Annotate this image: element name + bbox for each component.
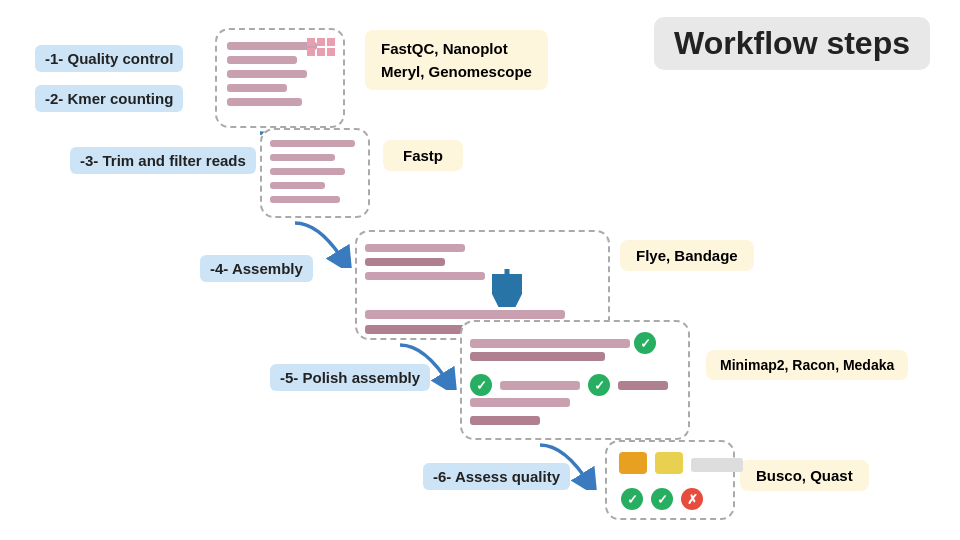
quality-check2: ✓ xyxy=(651,488,673,510)
quality-cross: ✗ xyxy=(681,488,703,510)
tool5-text: Minimap2, Racon, Medaka xyxy=(706,350,908,380)
arrow4 xyxy=(530,440,600,490)
arrow2 xyxy=(285,218,355,268)
check1: ✓ xyxy=(634,332,656,354)
quality-check1: ✓ xyxy=(621,488,643,510)
assembly-down-arrow xyxy=(492,267,522,307)
tool3-text: Fastp xyxy=(383,140,463,171)
tool1-text: FastQC, Nanoplot xyxy=(381,40,532,57)
step1-label: -1- Quality control xyxy=(35,45,183,72)
tools-qc: FastQC, Nanoplot Meryl, Genomescope xyxy=(365,30,548,90)
illus-polish: ✓ ✓ ✓ xyxy=(460,320,690,440)
tool2-text: Meryl, Genomescope xyxy=(381,63,532,80)
step2-label: -2- Kmer counting xyxy=(35,85,183,112)
check3: ✓ xyxy=(588,374,610,396)
page-title: Workflow steps xyxy=(654,17,930,70)
arrow3 xyxy=(390,340,460,390)
check2: ✓ xyxy=(470,374,492,396)
tool4-text: Flye, Bandage xyxy=(620,240,754,271)
illus-trim xyxy=(260,128,370,218)
illus-quality: ✓ ✓ ✗ xyxy=(605,440,735,520)
step3-label: -3- Trim and filter reads xyxy=(70,147,256,174)
tool6-text: Busco, Quast xyxy=(740,460,869,491)
illus-qc xyxy=(215,28,345,128)
